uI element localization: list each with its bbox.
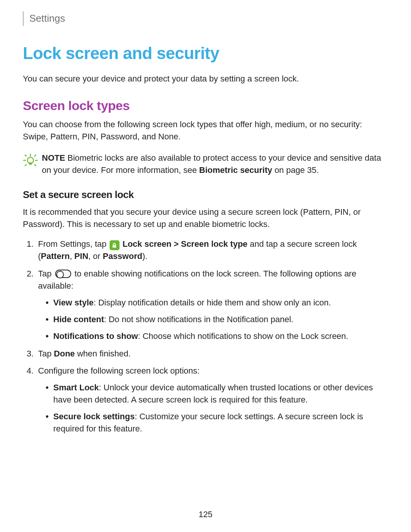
step-1-c2: , or bbox=[88, 251, 103, 261]
note-text: NOTE Biometric locks are also available … bbox=[42, 152, 388, 176]
list-item: Hide content: Do not show notifications … bbox=[53, 313, 388, 326]
step-2-bullets: View style: Display notification details… bbox=[38, 297, 388, 342]
step-3: Tap Done when finished. bbox=[38, 348, 388, 360]
bullet-text: : Unlock your device automatically when … bbox=[53, 383, 373, 404]
svg-line-7 bbox=[35, 165, 36, 166]
page-title: Lock screen and security bbox=[23, 41, 388, 66]
step-3-post: when finished. bbox=[75, 349, 131, 358]
note-link[interactable]: Biometric security bbox=[199, 165, 272, 175]
list-item: View style: Display notification details… bbox=[53, 297, 388, 309]
bullet-text: : Display notification details or hide t… bbox=[94, 298, 331, 307]
step-1-bold4: Password bbox=[103, 251, 142, 261]
lightbulb-icon bbox=[23, 153, 38, 171]
step-3-pre: Tap bbox=[38, 349, 54, 358]
step-4-text: Configure the following screen lock opti… bbox=[38, 366, 199, 375]
bullet-label: Notifications to show bbox=[53, 331, 138, 341]
intro-text: You can secure your device and protect y… bbox=[23, 73, 388, 85]
bullet-text: : Do not show notifications in the Notif… bbox=[104, 315, 293, 324]
step-1-bold1: Lock screen > Screen lock type bbox=[123, 239, 247, 249]
svg-line-6 bbox=[25, 165, 26, 166]
bullet-label: Hide content bbox=[53, 315, 104, 324]
page-number: 125 bbox=[0, 508, 411, 521]
svg-line-5 bbox=[35, 155, 36, 156]
breadcrumb-container: Settings bbox=[23, 11, 388, 26]
list-item: Secure lock settings: Customize your sec… bbox=[53, 411, 388, 435]
note-label: NOTE bbox=[42, 153, 65, 163]
step-1: From Settings, tap Lock screen > Screen … bbox=[38, 238, 388, 262]
step-3-bold: Done bbox=[54, 349, 75, 358]
steps-list: From Settings, tap Lock screen > Screen … bbox=[23, 238, 388, 435]
step-1-c1: , bbox=[70, 251, 74, 261]
section-heading: Screen lock types bbox=[23, 96, 388, 115]
step-1-end: ). bbox=[142, 251, 147, 261]
step-1-bold2: Pattern bbox=[41, 251, 70, 261]
bullet-label: Secure lock settings bbox=[53, 412, 135, 421]
note-after: on page 35. bbox=[272, 165, 319, 175]
list-item: Smart Lock: Unlock your device automatic… bbox=[53, 382, 388, 406]
bullet-text: : Choose which notifications to show on … bbox=[138, 331, 348, 341]
bullet-label: View style bbox=[53, 298, 94, 307]
step-2-pre: Tap bbox=[38, 269, 54, 278]
breadcrumb: Settings bbox=[29, 13, 65, 24]
svg-point-0 bbox=[27, 157, 33, 163]
step-1-bold3: PIN bbox=[74, 251, 88, 261]
svg-line-4 bbox=[25, 155, 26, 156]
step-4: Configure the following screen lock opti… bbox=[38, 365, 388, 435]
list-item: Notifications to show: Choose which noti… bbox=[53, 330, 388, 342]
lock-icon bbox=[110, 240, 119, 250]
step-1-pre: From Settings, tap bbox=[38, 239, 109, 249]
bullet-label: Smart Lock bbox=[53, 383, 99, 392]
step-4-bullets: Smart Lock: Unlock your device automatic… bbox=[38, 382, 388, 435]
note-block: NOTE Biometric locks are also available … bbox=[23, 152, 388, 176]
subsection-heading: Set a secure screen lock bbox=[23, 188, 388, 202]
step-2-post: to enable showing notifications on the l… bbox=[38, 269, 356, 291]
subsection-description: It is recommended that you secure your d… bbox=[23, 206, 388, 230]
step-2: Tap to enable showing notifications on t… bbox=[38, 268, 388, 342]
section-description: You can choose from the following screen… bbox=[23, 118, 388, 143]
toggle-icon bbox=[55, 270, 71, 278]
